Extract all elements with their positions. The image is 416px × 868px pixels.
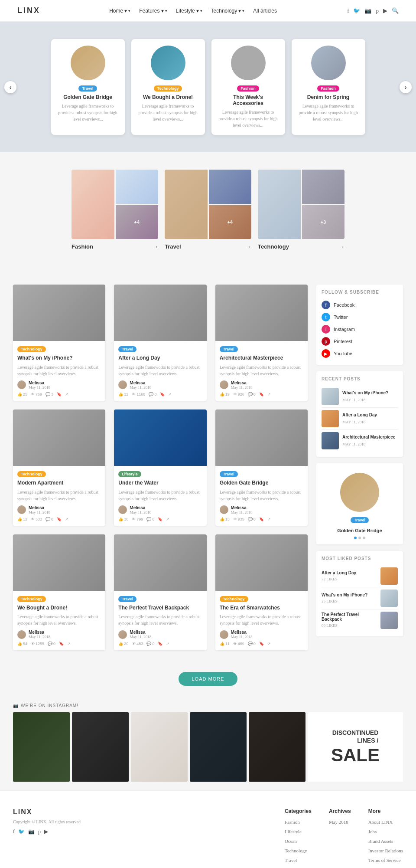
date-9: May 11, 2018 (231, 635, 253, 639)
youtube-link[interactable]: ▶ YouTube (322, 347, 398, 360)
nav-all-articles[interactable]: All articles (253, 8, 278, 14)
technology-label[interactable]: Technology → (258, 239, 344, 254)
article-card-4[interactable]: Technology Modern Apartment Leverage agi… (13, 409, 105, 526)
recent-title-3: Architectural Masterpiece (342, 435, 398, 439)
recent-post-1[interactable]: What's on My iPhone? MAY 11, 2018 (322, 386, 398, 408)
share-icon-5[interactable]: ↗ (166, 517, 169, 521)
article-title-1: What's on My iPhone? (17, 354, 101, 362)
share-icon-6[interactable]: ↗ (267, 517, 271, 521)
article-img-5 (114, 409, 206, 466)
instagram-img-5 (249, 712, 306, 782)
instagram-link[interactable]: i Instagram (322, 323, 398, 335)
share-icon-1[interactable]: ↗ (65, 392, 68, 396)
article-card-1[interactable]: Technology What's on My iPhone? Leverage… (13, 285, 105, 401)
recent-post-3[interactable]: Architectural Masterpiece MAY 11, 2018 (322, 430, 398, 452)
featured-section[interactable]: Travel Golden Gate Bridge (316, 463, 403, 544)
footer-cat-technology[interactable]: Technology (285, 848, 307, 853)
bookmark-icon-4[interactable]: 🔖 (57, 517, 62, 521)
bookmark-icon-8[interactable]: 🔖 (158, 642, 162, 646)
article-badge-9: Technology (220, 596, 248, 602)
article-card-9[interactable]: Technology The Era of Smarwatches Levera… (215, 534, 308, 651)
youtube-icon[interactable]: ▶ (383, 7, 387, 14)
footer-categories: Categories Fashion Lifestyle Ocean Techn… (285, 808, 312, 866)
likes-8: 👍 20 (118, 642, 128, 646)
twitter-social-icon: t (322, 313, 330, 321)
bookmark-icon-6[interactable]: 🔖 (259, 517, 264, 521)
nav-lifestyle[interactable]: Lifestyle ▾ (176, 8, 202, 14)
bookmark-icon-2[interactable]: 🔖 (160, 392, 165, 396)
footer-pinterest-icon[interactable]: p (38, 829, 41, 835)
footer-cat-lifestyle[interactable]: Lifestyle (285, 829, 302, 834)
bookmark-icon-5[interactable]: 🔖 (158, 517, 162, 521)
article-title-6: Golden Gate Bridge (220, 479, 303, 487)
article-body-2: Travel After a Long Day Leverage agile f… (114, 341, 206, 401)
footer-more-about[interactable]: About LINX (368, 819, 393, 825)
footer-instagram-icon[interactable]: 📷 (28, 829, 35, 835)
nav-logo[interactable]: LINX (17, 6, 40, 15)
most-liked-2[interactable]: What's on My iPhone? 25 LIKES (322, 587, 398, 609)
footer-logo: LINX (13, 808, 267, 816)
nav-features[interactable]: Features ▾ (139, 8, 167, 14)
share-icon-2[interactable]: ↗ (168, 392, 172, 396)
travel-img-main (165, 170, 208, 239)
instagram-icon[interactable]: 📷 (364, 7, 371, 14)
article-card-8[interactable]: Travel The Perfect Travel Backpack Lever… (114, 534, 206, 651)
travel-label[interactable]: Travel → (165, 239, 251, 254)
stats-6: 👍 13 👁 935 💬 0 🔖 ↗ (220, 517, 303, 521)
facebook-link[interactable]: f Facebook (322, 299, 398, 311)
footer-twitter-icon[interactable]: 🐦 (18, 829, 25, 835)
search-icon[interactable]: 🔍 (392, 7, 399, 14)
footer-cat-travel[interactable]: Travel (285, 858, 297, 863)
meta-info-8: Melissa May 11, 2018 (130, 630, 151, 639)
twitter-icon[interactable]: 🐦 (353, 7, 360, 14)
footer-more-investor[interactable]: Investor Relations (368, 848, 403, 853)
article-card-5[interactable]: Lifestyle Under the Water Leverage agile… (114, 409, 206, 526)
fashion-label[interactable]: Fashion → (72, 239, 158, 254)
article-card-3[interactable]: Travel Architectural Masterpiece Leverag… (215, 285, 308, 401)
comments-1: 💬 3 (46, 392, 53, 396)
hero-card-1[interactable]: Travel Golden Gate Bridge Leverage agile… (51, 39, 125, 135)
category-section: +4 Fashion → +4 Travel → +3 (0, 152, 416, 272)
hero-card-3[interactable]: Fashion This Week's Accessories Leverage… (211, 39, 285, 135)
footer-more-brand[interactable]: Brand Assets (368, 839, 393, 844)
recent-post-2[interactable]: After a Long Day MAY 11, 2018 (322, 408, 398, 430)
nav-home[interactable]: Home ▾ (109, 8, 130, 14)
hero-prev-button[interactable]: ‹ (4, 81, 16, 93)
footer-archive-may2018[interactable]: May 2018 (329, 819, 348, 825)
hero-card-2[interactable]: Technology We Bought a Drone! Leverage a… (131, 39, 205, 135)
pinterest-link[interactable]: p Pinterest (322, 335, 398, 347)
footer-more-jobs[interactable]: Jobs (368, 829, 377, 834)
nav-technology[interactable]: Technology ▾ (211, 8, 245, 14)
footer-youtube-icon[interactable]: ▶ (44, 829, 48, 835)
share-icon-7[interactable]: ↗ (67, 642, 71, 646)
sidebar: FOLLOW & SUBSCRIBE f Facebook t Twitter … (316, 285, 403, 650)
load-more-button[interactable]: LOAD MORE (179, 672, 237, 686)
stats-7: 👍 54 👁 1255 💬 0 🔖 ↗ (17, 642, 101, 646)
share-icon-8[interactable]: ↗ (166, 642, 169, 646)
article-card-2[interactable]: Travel After a Long Day Leverage agile f… (114, 285, 206, 401)
bookmark-icon-3[interactable]: 🔖 (259, 392, 264, 396)
bookmark-icon-1[interactable]: 🔖 (57, 392, 62, 396)
article-desc-2: Leverage agile frameworks to provide a r… (118, 364, 202, 377)
share-icon-9[interactable]: ↗ (267, 642, 271, 646)
hero-card-4[interactable]: Fashion Denim for Spring Leverage agile … (292, 39, 365, 135)
footer-facebook-icon[interactable]: f (13, 829, 15, 835)
hero-next-button[interactable]: › (400, 81, 412, 93)
article-card-7[interactable]: Technology We Bought a Drone! Leverage a… (13, 534, 105, 651)
article-card-6[interactable]: Travel Golden Gate Bridge Leverage agile… (215, 409, 308, 526)
footer-cat-fashion[interactable]: Fashion (285, 819, 300, 825)
footer-cat-ocean[interactable]: Ocean (285, 839, 297, 844)
most-liked-3[interactable]: The Perfect Travel Backpack 00 LIKES (322, 609, 398, 631)
facebook-icon[interactable]: f (347, 7, 349, 14)
hero-badge-4: Fashion (317, 85, 339, 92)
bookmark-icon-9[interactable]: 🔖 (259, 642, 264, 646)
share-icon-4[interactable]: ↗ (65, 517, 68, 521)
bookmark-icon-7[interactable]: 🔖 (59, 642, 64, 646)
hero-cards: Travel Golden Gate Bridge Leverage agile… (13, 39, 403, 135)
pinterest-icon[interactable]: p (376, 7, 379, 14)
article-badge-1: Technology (17, 346, 46, 352)
footer-more-terms[interactable]: Terms of Service (368, 858, 401, 863)
twitter-link[interactable]: t Twitter (322, 311, 398, 323)
share-icon-3[interactable]: ↗ (267, 392, 271, 396)
most-liked-1[interactable]: After a Long Day 32 LIKES (322, 565, 398, 587)
